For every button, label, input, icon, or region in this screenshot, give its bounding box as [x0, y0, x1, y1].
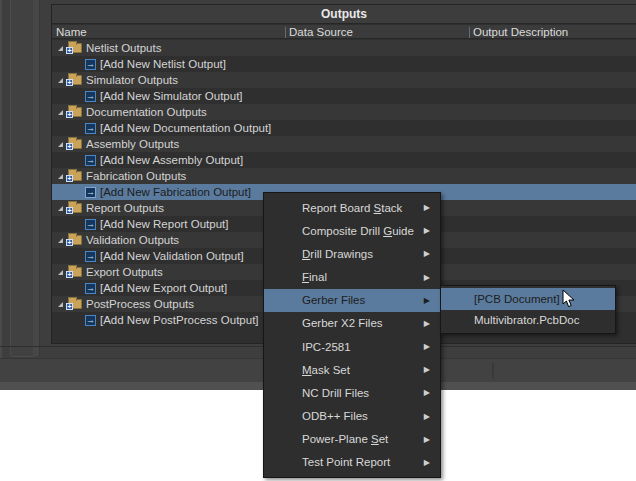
left-gutter-strip [33, 0, 40, 356]
tree-row-label: [Add New PostProcess Output] [100, 314, 259, 326]
mouse-cursor-icon [562, 289, 576, 309]
folder-icon: + [68, 171, 82, 181]
add-badge-icon: + [66, 271, 73, 278]
menu-item-power-plane-set[interactable]: Power-Plane Set ▶ [264, 428, 440, 451]
folder-icon: + [68, 267, 82, 277]
tree-row-label: Validation Outputs [86, 234, 179, 246]
menu-item-ipc-2581[interactable]: IPC-2581 ▶ [264, 335, 440, 358]
add-output-icon: → [85, 283, 96, 294]
tree-row-label: Netlist Outputs [86, 42, 161, 54]
submenu-arrow-icon: ▶ [424, 296, 430, 305]
add-output-icon: → [85, 315, 96, 326]
screenshot-stage: Outputs Name Data Source Output Descript… [0, 0, 636, 481]
menu-item-nc-drill-files[interactable]: NC Drill Files ▶ [264, 381, 440, 404]
expander-icon[interactable] [58, 206, 63, 211]
grid-column-headers: Name Data Source Output Description [52, 25, 636, 39]
tree-row-label: [Add New Netlist Output] [100, 58, 226, 70]
menu-item-report-board-stack[interactable]: Report Board Stack ▶ [264, 196, 440, 219]
add-badge-icon: + [66, 111, 73, 118]
tree-row-add-netlist[interactable]: → [Add New Netlist Output] [52, 56, 636, 72]
expander-icon[interactable] [58, 238, 63, 243]
submenu-item-pcb-document[interactable]: [PCB Document] [441, 288, 615, 310]
submenu-arrow-icon: ▶ [424, 388, 430, 397]
outputs-group-title: Outputs [52, 5, 636, 24]
column-header-name: Name [56, 25, 87, 39]
submenu-arrow-icon: ▶ [424, 203, 430, 212]
folder-icon: + [68, 139, 82, 149]
tree-row-add-assembly[interactable]: → [Add New Assembly Output] [52, 152, 636, 168]
tree-row-label: [Add New Validation Output] [100, 250, 244, 262]
menu-item-test-point-report[interactable]: Test Point Report ▶ [264, 451, 440, 474]
tree-row-label: Fabrication Outputs [86, 170, 186, 182]
menu-item-final[interactable]: Final ▶ [264, 266, 440, 289]
window-left-edge [0, 0, 2, 390]
folder-icon: + [68, 43, 82, 53]
add-badge-icon: + [66, 207, 73, 214]
tree-row-label: [Add New Assembly Output] [100, 154, 243, 166]
add-output-icon: → [85, 91, 96, 102]
menu-item-odb-files[interactable]: ODB++ Files ▶ [264, 405, 440, 428]
submenu-arrow-icon: ▶ [424, 249, 430, 258]
expander-icon[interactable] [58, 46, 63, 51]
tree-row-documentation-outputs[interactable]: + Documentation Outputs [52, 104, 636, 120]
gerber-files-submenu: [PCB Document] Multivibrator.PcbDoc [440, 285, 616, 334]
submenu-arrow-icon: ▶ [424, 365, 430, 374]
folder-icon: + [68, 75, 82, 85]
tree-row-add-simulator[interactable]: → [Add New Simulator Output] [52, 88, 636, 104]
tree-row-label: Documentation Outputs [86, 106, 207, 118]
submenu-arrow-icon: ▶ [424, 273, 430, 282]
tree-row-label: Simulator Outputs [86, 74, 178, 86]
folder-icon: + [68, 235, 82, 245]
column-separator [469, 27, 470, 38]
fabrication-output-context-menu: Report Board Stack ▶ Composite Drill Gui… [263, 192, 441, 478]
submenu-arrow-icon: ▶ [424, 458, 430, 467]
add-output-icon: → [85, 251, 96, 262]
menu-item-gerber-x2-files[interactable]: Gerber X2 Files ▶ [264, 312, 440, 335]
expander-icon[interactable] [58, 270, 63, 275]
add-output-icon: → [85, 219, 96, 230]
tree-row-add-documentation[interactable]: → [Add New Documentation Output] [52, 120, 636, 136]
expander-icon[interactable] [58, 142, 63, 147]
add-badge-icon: + [66, 239, 73, 246]
column-header-output-description: Output Description [473, 25, 568, 39]
add-badge-icon: + [66, 143, 73, 150]
tree-row-label: [Add New Export Output] [100, 282, 227, 294]
tree-row-simulator-outputs[interactable]: + Simulator Outputs [52, 72, 636, 88]
submenu-arrow-icon: ▶ [424, 226, 430, 235]
add-output-icon: → [85, 187, 96, 198]
tree-row-label: [Add New Fabrication Output] [100, 186, 251, 198]
folder-icon: + [68, 203, 82, 213]
add-badge-icon: + [66, 79, 73, 86]
expander-icon[interactable] [58, 78, 63, 83]
add-output-icon: → [85, 59, 96, 70]
submenu-arrow-icon: ▶ [424, 342, 430, 351]
tree-row-label: PostProcess Outputs [86, 298, 194, 310]
tree-row-label: Assembly Outputs [86, 138, 179, 150]
add-badge-icon: + [66, 175, 73, 182]
expander-icon[interactable] [58, 174, 63, 179]
splitter-handle[interactable] [492, 363, 494, 378]
folder-icon: + [68, 107, 82, 117]
submenu-item-multivibrator-pcbdoc[interactable]: Multivibrator.PcbDoc [441, 310, 615, 332]
column-header-data-source: Data Source [289, 25, 353, 39]
tree-row-label: [Add New Simulator Output] [100, 90, 243, 102]
add-output-icon: → [85, 155, 96, 166]
tree-row-label: [Add New Documentation Output] [100, 122, 271, 134]
folder-icon: + [68, 299, 82, 309]
add-badge-icon: + [66, 47, 73, 54]
column-separator [285, 27, 286, 38]
tree-row-netlist-outputs[interactable]: + Netlist Outputs [52, 40, 636, 56]
tree-row-label: [Add New Report Output] [100, 218, 228, 230]
submenu-arrow-icon: ▶ [424, 412, 430, 421]
menu-item-drill-drawings[interactable]: Drill Drawings ▶ [264, 242, 440, 265]
expander-icon[interactable] [58, 110, 63, 115]
submenu-arrow-icon: ▶ [424, 319, 430, 328]
tree-row-fabrication-outputs[interactable]: + Fabrication Outputs [52, 168, 636, 184]
add-badge-icon: + [66, 303, 73, 310]
expander-icon[interactable] [58, 302, 63, 307]
menu-item-mask-set[interactable]: Mask Set ▶ [264, 358, 440, 381]
tree-row-assembly-outputs[interactable]: + Assembly Outputs [52, 136, 636, 152]
menu-item-composite-drill-guide[interactable]: Composite Drill Guide ▶ [264, 219, 440, 242]
submenu-arrow-icon: ▶ [424, 435, 430, 444]
menu-item-gerber-files[interactable]: Gerber Files ▶ [264, 289, 440, 312]
